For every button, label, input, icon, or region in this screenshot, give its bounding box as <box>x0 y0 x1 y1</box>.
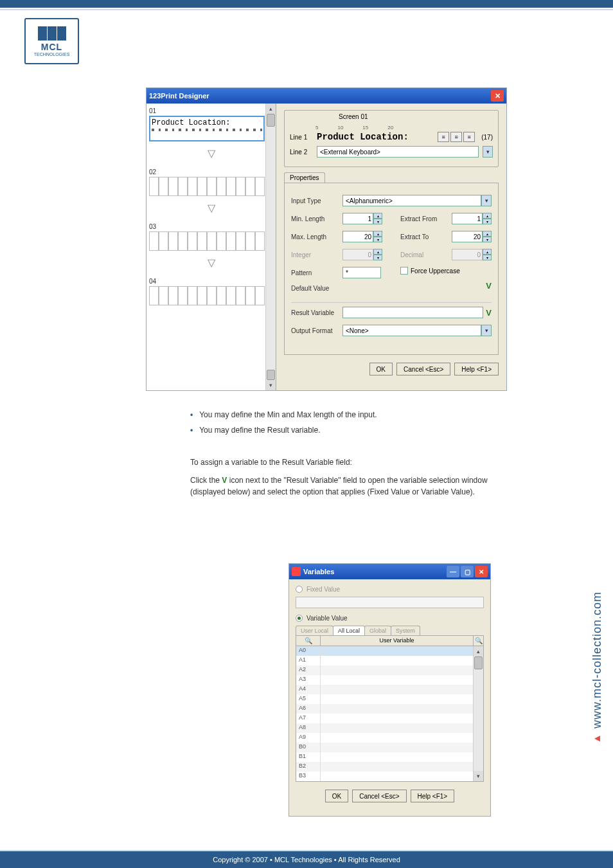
spin-down-icon[interactable]: ▾ <box>483 219 492 224</box>
table-row[interactable]: B3 <box>296 772 483 781</box>
spin-up-icon[interactable]: ▴ <box>483 213 492 219</box>
align-left-icon[interactable]: ≡ <box>438 132 449 142</box>
variable-picker-icon[interactable]: V <box>486 308 492 318</box>
arrow-down-icon: ▽ <box>205 256 218 269</box>
extract-from-field[interactable] <box>452 213 483 224</box>
screen-legend: Screen 01 <box>336 113 371 120</box>
decimal-field <box>452 249 483 260</box>
table-row[interactable]: A9 <box>296 733 483 743</box>
decimal-label: Decimal <box>400 251 452 258</box>
extract-to-label: Extract To <box>400 233 452 240</box>
min-length-field[interactable] <box>342 213 373 224</box>
bullet-2: You may define the Result variable. <box>199 424 320 436</box>
pattern-field[interactable] <box>342 267 381 278</box>
minimize-icon[interactable]: — <box>447 566 459 577</box>
result-variable-label: Result Variable <box>291 309 342 316</box>
logo-text: MCL <box>41 42 62 52</box>
max-length-field[interactable] <box>342 231 373 242</box>
spin-down-icon[interactable]: ▾ <box>373 237 382 242</box>
tab-user-local[interactable]: User Local <box>296 626 333 635</box>
tab-global[interactable]: Global <box>364 626 391 635</box>
integer-label: Integer <box>291 251 342 258</box>
scroll-down-icon[interactable]: ▾ <box>266 380 276 390</box>
table-row[interactable]: B0 <box>296 743 483 752</box>
line2-dropdown-icon[interactable]: ▾ <box>483 146 493 158</box>
ok-button[interactable]: OK <box>369 363 393 375</box>
output-format-dropdown-icon[interactable]: ▾ <box>481 325 492 336</box>
screen-preview-04[interactable] <box>149 286 265 305</box>
table-row[interactable]: A2 <box>296 665 483 675</box>
variable-value-radio[interactable] <box>296 615 303 622</box>
screen-preview-02[interactable] <box>149 177 265 196</box>
screen-list-panel: 01 Product Location: ▽ 02 ▽ <box>147 104 276 390</box>
cancel-button[interactable]: Cancel <Esc> <box>396 363 450 375</box>
fixed-value-radio[interactable] <box>296 586 303 593</box>
screen-number-02: 02 <box>149 168 273 176</box>
table-row[interactable]: A8 <box>296 723 483 733</box>
result-variable-field[interactable] <box>342 307 483 318</box>
spin-up-icon[interactable]: ▴ <box>373 231 382 237</box>
cancel-button[interactable]: Cancel <Esc> <box>352 790 406 802</box>
default-value-label: Default Value <box>291 285 342 292</box>
table-row[interactable]: A5 <box>296 694 483 704</box>
scroll-up-icon[interactable]: ▴ <box>266 104 276 114</box>
line2-input[interactable] <box>317 146 479 158</box>
spin-down-icon[interactable]: ▾ <box>373 219 382 224</box>
bullet-icon: • <box>190 424 193 436</box>
close-icon[interactable]: ✕ <box>475 566 488 577</box>
spin-up-icon[interactable]: ▴ <box>483 231 492 237</box>
align-center-icon[interactable]: ≡ <box>450 132 462 142</box>
table-row[interactable]: B1 <box>296 752 483 762</box>
ok-button[interactable]: OK <box>325 790 348 802</box>
variable-picker-icon[interactable]: V <box>486 281 492 291</box>
align-right-icon[interactable]: ≡ <box>463 132 475 142</box>
left-scrollbar[interactable]: ▴ ▾ <box>265 104 276 390</box>
screen-preview-03[interactable] <box>149 231 265 251</box>
bullet-1: You may define the Min and Max length of… <box>199 409 377 420</box>
search-col-icon[interactable]: 🔍 <box>296 636 321 646</box>
screen-number-04: 04 <box>149 278 273 285</box>
table-row[interactable]: B2 <box>296 762 483 772</box>
close-icon[interactable]: ✕ <box>491 90 504 102</box>
output-format-field[interactable] <box>342 325 481 336</box>
screen-preview-01[interactable]: Product Location: <box>149 116 265 141</box>
output-format-label: Output Format <box>291 327 342 334</box>
variable-value-label: Variable Value <box>306 615 348 622</box>
bullet-icon: • <box>190 409 193 420</box>
force-uppercase-checkbox[interactable] <box>400 267 408 275</box>
screen-01-text: Product Location: <box>152 118 230 127</box>
tab-all-local[interactable]: All Local <box>333 626 365 635</box>
user-variable-header: User Variable <box>321 636 473 646</box>
scroll-up-icon[interactable]: ▴ <box>474 646 483 656</box>
table-row[interactable]: A6 <box>296 704 483 714</box>
spin-up-icon: ▴ <box>483 249 492 255</box>
spin-up-icon[interactable]: ▴ <box>373 213 382 219</box>
table-scrollbar[interactable]: ▴ ▾ <box>473 646 483 781</box>
extract-to-field[interactable] <box>452 231 483 242</box>
spin-up-icon: ▴ <box>373 249 382 255</box>
table-row[interactable]: A4 <box>296 685 483 694</box>
spin-down-icon: ▾ <box>373 255 382 260</box>
scroll-down-icon[interactable]: ▾ <box>474 771 483 781</box>
table-row[interactable]: A0 <box>296 646 483 656</box>
help-button[interactable]: Help <F1> <box>454 363 499 375</box>
arrow-down-icon: ▽ <box>205 147 218 159</box>
variable-icon-inline: V <box>222 476 227 485</box>
window-title: 123Print Designer <box>149 92 209 100</box>
table-row[interactable]: A3 <box>296 675 483 685</box>
search-col-icon[interactable]: 🔍 <box>473 636 483 646</box>
line1-text: Product Location: <box>317 132 409 142</box>
input-type-label: Input Type <box>291 197 342 204</box>
tab-system[interactable]: System <box>391 626 420 635</box>
spin-down-icon[interactable]: ▾ <box>483 237 492 242</box>
input-type-dropdown-icon[interactable]: ▾ <box>481 195 492 206</box>
maximize-icon[interactable]: ▢ <box>461 566 474 577</box>
input-type-field[interactable] <box>342 195 481 206</box>
window-icon <box>292 567 301 576</box>
properties-tab[interactable]: Properties <box>284 172 325 183</box>
table-row[interactable]: A1 <box>296 656 483 665</box>
table-row[interactable]: A7 <box>296 714 483 723</box>
instruction-post: icon next to the "Result Variable" field… <box>190 476 488 496</box>
min-length-label: Min. Length <box>291 215 342 222</box>
help-button[interactable]: Help <F1> <box>411 790 455 802</box>
